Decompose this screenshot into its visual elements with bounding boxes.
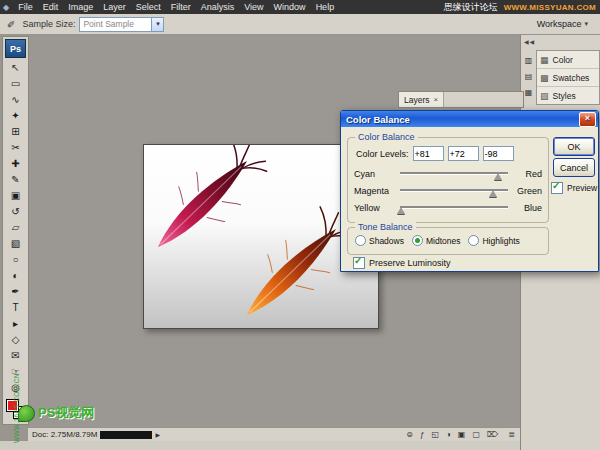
slider-left-label: Magenta <box>354 186 396 196</box>
menu-item-image[interactable]: Image <box>63 2 98 12</box>
site-logo-url: WWW.16PS.COM.CN <box>13 373 20 443</box>
crop-tool[interactable]: ⊞ <box>3 123 28 139</box>
lasso-tool[interactable]: ∿ <box>3 91 28 107</box>
chevron-down-icon[interactable]: ▾ <box>151 18 163 31</box>
tab-layers[interactable]: Layers × <box>399 92 444 107</box>
cancel-button[interactable]: Cancel <box>553 158 595 177</box>
tone-balance-group: Tone Balance Shadows Midtones Highlights <box>347 227 549 255</box>
checkbox-icon[interactable] <box>551 182 563 194</box>
checkbox-icon[interactable] <box>353 257 365 269</box>
footer-icons: ⊜ƒ◱◑▣▢⌦ <box>406 430 498 439</box>
checkbox-label: Preserve Luminosity <box>369 258 451 268</box>
color-balance-group: Color Balance Color Levels: Cyan Red Mag… <box>347 137 549 223</box>
radio-shadows[interactable]: Shadows <box>355 235 404 246</box>
toolbox-tools: ↖▭∿✦⊞✂✚✎▣↺▱▧○◐✒T▸◇✉☞◎ <box>3 59 28 395</box>
radio-highlights[interactable]: Highlights <box>468 235 519 246</box>
magenta-green-slider[interactable] <box>400 183 508 198</box>
doc-size-label: Doc: 2.75M/8.79M <box>32 430 97 439</box>
swatches-panel-icon: ▩ <box>540 73 549 83</box>
slice-tool[interactable]: ✂ <box>3 139 28 155</box>
radio-icon[interactable] <box>355 235 366 246</box>
layer-mask-icon[interactable]: ◱ <box>431 430 439 439</box>
site-url: WWW.MISSYUAN.COM <box>504 3 596 12</box>
menu-item-edit[interactable]: Edit <box>38 2 64 12</box>
workspace-menu[interactable]: Workspace ▾ <box>537 19 588 29</box>
group-label: Tone Balance <box>355 222 416 232</box>
quick-selection-tool[interactable]: ✦ <box>3 107 28 123</box>
collapse-dock-icon[interactable]: ◀◀ <box>521 34 600 45</box>
cyan-red-slider-row: Cyan Red <box>354 166 542 181</box>
path-selection-tool[interactable]: ▸ <box>3 315 28 331</box>
navigator-panel-icon[interactable]: ▥ <box>525 56 533 65</box>
link-layers-icon[interactable]: ⊜ <box>406 430 413 439</box>
toolbox: Ps ↖▭∿✦⊞✂✚✎▣↺▱▧○◐✒T▸◇✉☞◎ <box>2 36 29 425</box>
panel-tab-label: Styles <box>553 91 576 101</box>
histogram-panel-icon[interactable]: ▦ <box>525 88 533 97</box>
cyan-red-slider[interactable] <box>400 166 508 181</box>
close-icon[interactable]: × <box>434 95 439 104</box>
menu-item-view[interactable]: View <box>239 2 268 12</box>
slider-thumb[interactable] <box>397 207 405 214</box>
options-bar: ✐ Sample Size: Point Sample ▾ Workspace … <box>0 14 600 35</box>
notes-tool[interactable]: ✉ <box>3 347 28 363</box>
layer-group-icon[interactable]: ▣ <box>458 430 466 439</box>
ok-button[interactable]: OK <box>553 137 595 156</box>
color-level-input-1[interactable] <box>413 146 444 161</box>
info-panel-icon[interactable]: ▤ <box>525 72 533 81</box>
gradient-tool[interactable]: ▧ <box>3 235 28 251</box>
group-label: Color Balance <box>355 132 418 142</box>
radio-icon[interactable] <box>412 235 423 246</box>
eraser-tool[interactable]: ▱ <box>3 219 28 235</box>
rectangular-marquee-tool[interactable]: ▭ <box>3 75 28 91</box>
radio-midtones[interactable]: Midtones <box>412 235 461 246</box>
type-tool[interactable]: T <box>3 299 28 315</box>
site-logo-text: PS视觉网 <box>38 404 94 422</box>
slider-thumb[interactable] <box>494 173 502 180</box>
color-panel-icon: ▦ <box>540 55 549 65</box>
healing-brush-tool[interactable]: ✚ <box>3 155 28 171</box>
pen-tool[interactable]: ✒ <box>3 283 28 299</box>
panel-tab-styles[interactable]: ▨Styles <box>537 87 599 104</box>
panel-tab-color[interactable]: ▦Color <box>537 51 599 69</box>
dialog-body: Color Balance Color Levels: Cyan Red Mag… <box>341 127 598 271</box>
delete-layer-icon[interactable]: ⌦ <box>487 430 498 439</box>
close-icon[interactable]: × <box>579 112 596 127</box>
history-brush-tool[interactable]: ↺ <box>3 203 28 219</box>
clone-stamp-tool[interactable]: ▣ <box>3 187 28 203</box>
slider-thumb[interactable] <box>489 190 497 197</box>
dialog-title-bar[interactable]: Color Balance × <box>341 111 598 127</box>
resize-grip-icon[interactable]: ≣ <box>508 430 515 439</box>
status-bar: Doc: 2.75M/8.79M ▶ ⊜ƒ◱◑▣▢⌦ ≣ <box>28 427 520 441</box>
radio-icon[interactable] <box>468 235 479 246</box>
yellow-blue-slider[interactable] <box>400 200 508 215</box>
menu-item-help[interactable]: Help <box>311 2 340 12</box>
shape-tool[interactable]: ◇ <box>3 331 28 347</box>
ps-logo: Ps <box>5 39 26 58</box>
menu-bar: ◆ FileEditImageLayerSelectFilterAnalysis… <box>0 0 600 14</box>
brush-tool[interactable]: ✎ <box>3 171 28 187</box>
styles-panel-icon: ▨ <box>540 91 549 101</box>
menu-item-select[interactable]: Select <box>131 2 166 12</box>
menu-item-file[interactable]: File <box>13 2 38 12</box>
dodge-tool[interactable]: ◐ <box>3 267 28 283</box>
checkbox-label: Preview <box>567 183 597 193</box>
sample-size-dropdown[interactable]: Point Sample ▾ <box>79 17 164 32</box>
menu-item-filter[interactable]: Filter <box>166 2 196 12</box>
menu-item-window[interactable]: Window <box>269 2 311 12</box>
color-level-input-3[interactable] <box>483 146 514 161</box>
preserve-luminosity-checkbox[interactable]: Preserve Luminosity <box>353 257 451 269</box>
menu-item-analysis[interactable]: Analysis <box>196 2 240 12</box>
layer-style-icon[interactable]: ƒ <box>420 430 424 439</box>
slider-left-label: Cyan <box>354 169 396 179</box>
status-menu-arrow-icon[interactable]: ▶ <box>155 431 160 438</box>
blur-tool[interactable]: ○ <box>3 251 28 267</box>
color-level-input-2[interactable] <box>448 146 479 161</box>
preview-checkbox[interactable]: Preview <box>551 182 597 194</box>
panel-tab-label: Color <box>553 55 573 65</box>
move-tool[interactable]: ↖ <box>3 59 28 75</box>
app-icon: ◆ <box>3 3 9 12</box>
new-layer-icon[interactable]: ▢ <box>472 430 480 439</box>
panel-tab-swatches[interactable]: ▩Swatches <box>537 69 599 87</box>
menu-item-layer[interactable]: Layer <box>98 2 131 12</box>
adjustment-layer-icon[interactable]: ◑ <box>446 430 451 439</box>
